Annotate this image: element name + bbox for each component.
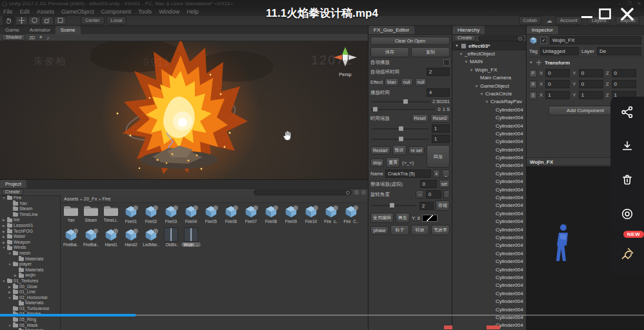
- scale-slider-1[interactable]: [372, 128, 428, 130]
- hierarchy-item[interactable]: Cylinder004: [452, 282, 526, 289]
- hierarchy-item[interactable]: Cylinder004: [452, 266, 526, 274]
- foldout-arrow-icon[interactable]: ▼: [8, 262, 12, 267]
- foldout-arrow-icon[interactable]: ▼: [459, 50, 463, 58]
- scene-orientation-gizmo[interactable]: Persp: [330, 46, 360, 77]
- share-icon[interactable]: [620, 105, 634, 122]
- hierarchy-item[interactable]: Main Camera: [452, 74, 526, 82]
- copy-button[interactable]: 复制: [411, 47, 450, 57]
- scale-value-1[interactable]: 1: [432, 124, 450, 133]
- asset-item[interactable]: Fire_C..: [342, 204, 360, 224]
- hierarchy-item[interactable]: Cylinder004: [452, 154, 526, 162]
- clear-on-open-button[interactable]: Clear On Open: [370, 37, 450, 45]
- overall-scale-field[interactable]: 0: [420, 180, 437, 188]
- project-tree-item[interactable]: 03_Turbulence: [0, 306, 60, 312]
- hierarchy-item[interactable]: ▼ CrackRayPav: [452, 98, 526, 106]
- asset-item[interactable]: _Old6x..: [162, 228, 180, 247]
- project-tree-item[interactable]: ▶ wojin: [0, 273, 60, 278]
- hierarchy-item[interactable]: Cylinder004: [452, 162, 526, 170]
- fx-mode-button[interactable]: 无效果: [431, 225, 450, 235]
- z-field[interactable]: 0: [612, 69, 636, 77]
- crumb[interactable]: 20_Fx: [84, 196, 101, 202]
- color-swatch[interactable]: [422, 215, 438, 222]
- hierarchy-item[interactable]: ▼ GameObject: [452, 82, 526, 90]
- project-tree-item[interactable]: ▼ mesh: [0, 251, 60, 257]
- x-field[interactable]: 0: [545, 80, 570, 88]
- project-tree-item[interactable]: ▶ Water: [0, 234, 60, 240]
- asset-item[interactable]: Fire_c..: [322, 204, 340, 224]
- record-icon[interactable]: [620, 207, 634, 224]
- project-tree-item[interactable]: ▶ 00_Glow: [0, 284, 60, 290]
- y-field[interactable]: 0: [579, 69, 603, 77]
- project-tab[interactable]: Project: [0, 180, 26, 188]
- hierarchy-item[interactable]: Cylinder004: [452, 218, 526, 226]
- foldout-arrow-icon[interactable]: ▼: [455, 44, 459, 48]
- project-create-button[interactable]: Create: [2, 189, 23, 195]
- player-close-button[interactable]: [619, 6, 636, 25]
- x-field[interactable]: 1: [545, 91, 570, 99]
- hierarchy-item[interactable]: Cylinder004: [452, 138, 526, 146]
- hierarchy-item[interactable]: Cylinder004: [452, 226, 526, 234]
- hierarchy-item[interactable]: Cylinder004: [452, 146, 526, 154]
- foldout-arrow-icon[interactable]: ▼: [2, 195, 6, 201]
- asset-item[interactable]: Fire07: [242, 204, 260, 224]
- project-tree-item[interactable]: Materials: [0, 300, 60, 306]
- replay-button[interactable]: 回放: [427, 145, 450, 168]
- foldout-arrow-icon[interactable]: ▼: [485, 98, 489, 106]
- y-field[interactable]: 0: [579, 80, 603, 88]
- hierarchy-item[interactable]: Cylinder004: [452, 210, 526, 218]
- store-button[interactable]: 存储: [436, 200, 450, 211]
- project-tree-item[interactable]: ▼ player: [0, 262, 60, 267]
- hierarchy-item[interactable]: Cylinder004: [452, 170, 526, 178]
- foldout-arrow-icon[interactable]: ▼: [529, 61, 533, 64]
- object-name-field[interactable]: Wojin_FX: [550, 36, 641, 44]
- project-tree-item[interactable]: ▶ Lesson01: [0, 223, 60, 229]
- asset-item[interactable]: Fire08: [262, 204, 280, 224]
- foldout-arrow-icon[interactable]: ▶: [2, 217, 6, 223]
- hierarchy-tab[interactable]: Hierarchy: [452, 26, 485, 34]
- video-progress-fill[interactable]: [0, 314, 136, 316]
- scale-slider-2[interactable]: [372, 139, 428, 140]
- hierarchy-item[interactable]: Cylinder004: [452, 298, 526, 306]
- project-tree-item[interactable]: ▶ Ice: [0, 217, 60, 223]
- asset-item[interactable]: TimeLi..: [102, 204, 120, 224]
- lighting-toggle-icon[interactable]: ☀: [39, 35, 43, 40]
- underscore-button[interactable]: _: [442, 170, 450, 178]
- scale-value-2[interactable]: 1: [432, 135, 450, 143]
- hierarchy-item[interactable]: ▼ MAIN: [452, 58, 526, 66]
- hierarchy-item[interactable]: ▼ Wojin_FX: [452, 66, 526, 74]
- hierarchy-item[interactable]: Cylinder004: [452, 290, 526, 298]
- download-icon[interactable]: [620, 139, 634, 156]
- restart-button[interactable]: Restart: [370, 146, 390, 155]
- loop-time-field[interactable]: 2: [427, 68, 450, 76]
- hierarchy-item[interactable]: Cylinder004: [452, 194, 526, 202]
- save-button[interactable]: 保存: [370, 47, 409, 57]
- inspector-tab[interactable]: Inspector: [527, 26, 558, 34]
- asset-item[interactable]: Fire03: [162, 204, 180, 224]
- foldout-arrow-icon[interactable]: ▼: [8, 251, 12, 257]
- foldout-arrow-icon[interactable]: ▶: [2, 223, 6, 229]
- project-tree-item[interactable]: ▼ 06_Mask: [0, 323, 60, 329]
- project-tree-item[interactable]: ▼ 02_Horizontal: [0, 295, 60, 301]
- fx-mode-button[interactable]: 特效: [411, 225, 429, 235]
- asset-item[interactable]: Fire06: [222, 204, 240, 224]
- crumb[interactable]: Fire: [102, 196, 110, 202]
- hierarchy-item[interactable]: Cylinder004: [452, 178, 526, 186]
- open-asset-icon[interactable]: [354, 190, 359, 195]
- project-tree-item[interactable]: ▶ Weapon: [0, 240, 60, 246]
- player-minimize-button[interactable]: [581, 10, 592, 21]
- fx-mode-button[interactable]: phase: [370, 226, 388, 235]
- effect-null-button[interactable]: null: [401, 78, 413, 86]
- active-checkbox[interactable]: ✓: [540, 37, 547, 44]
- reset2-button[interactable]: Reset2: [430, 114, 450, 122]
- foldout-arrow-icon[interactable]: ▼: [8, 323, 12, 329]
- project-tree-item[interactable]: Yan: [0, 201, 60, 207]
- 2d-toggle[interactable]: 2D: [29, 35, 35, 40]
- foldout-arrow-icon[interactable]: ▼: [8, 295, 12, 301]
- lock-icon[interactable]: [361, 190, 366, 195]
- trash-icon[interactable]: [620, 173, 634, 189]
- project-tree-item[interactable]: ▶ TechFOG: [0, 229, 60, 235]
- hierarchy-item[interactable]: Cylinder004: [452, 202, 526, 209]
- asset-item[interactable]: Hand2: [122, 228, 140, 247]
- asset-item[interactable]: Hand1: [102, 228, 120, 247]
- effect-man-button[interactable]: Man: [385, 78, 399, 86]
